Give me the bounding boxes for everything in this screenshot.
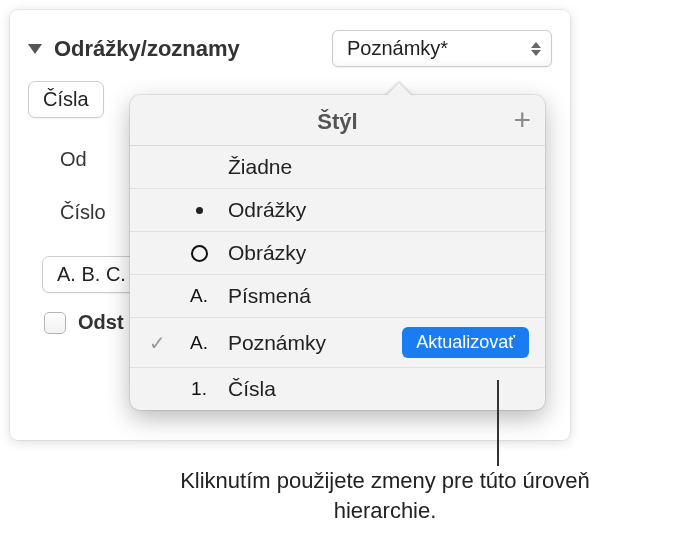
- list-style-popup[interactable]: Poznámky*: [332, 30, 552, 67]
- tiered-checkbox[interactable]: [44, 312, 66, 334]
- style-label: Obrázky: [228, 241, 529, 265]
- popover-header: Štýl +: [130, 95, 545, 146]
- chevrons-icon: [531, 42, 541, 56]
- style-label: Písmená: [228, 284, 529, 308]
- style-item-letters[interactable]: A. Písmená: [130, 275, 545, 318]
- callout-line: [497, 380, 499, 466]
- section-header: Odrážky/zoznamy Poznámky*: [28, 30, 552, 67]
- add-style-icon[interactable]: +: [513, 105, 531, 135]
- letter-a-icon: A.: [184, 285, 214, 307]
- tiered-checkbox-label: Odst: [78, 311, 124, 334]
- callout-text: Kliknutím použijete zmeny pre túto úrove…: [165, 466, 605, 525]
- style-item-none[interactable]: Žiadne: [130, 146, 545, 189]
- bullet-icon: [184, 207, 214, 214]
- section-title: Odrážky/zoznamy: [54, 36, 240, 62]
- style-label: Odrážky: [228, 198, 529, 222]
- style-label: Žiadne: [228, 155, 529, 179]
- style-item-images[interactable]: Obrázky: [130, 232, 545, 275]
- numbers-field[interactable]: Čísla: [28, 81, 104, 118]
- list-style-popup-label: Poznámky*: [347, 37, 448, 60]
- style-label: Čísla: [228, 377, 529, 401]
- style-popover: Štýl + Žiadne Odrážky Obrázky A. Písmená…: [130, 95, 545, 410]
- update-button[interactable]: Aktualizovať: [402, 327, 529, 358]
- style-list: Žiadne Odrážky Obrázky A. Písmená ✓ A. P…: [130, 146, 545, 410]
- letter-a-icon: A.: [184, 332, 214, 354]
- style-item-numbers[interactable]: 1. Čísla: [130, 368, 545, 410]
- style-item-bullets[interactable]: Odrážky: [130, 189, 545, 232]
- check-icon: ✓: [144, 331, 170, 355]
- style-label: Poznámky: [228, 331, 388, 355]
- abc-format-field[interactable]: A. B. C.: [42, 256, 141, 293]
- disclosure-triangle-icon[interactable]: [28, 44, 42, 54]
- popover-title: Štýl: [317, 109, 357, 135]
- style-item-notes[interactable]: ✓ A. Poznámky Aktualizovať: [130, 318, 545, 368]
- circle-icon: [184, 245, 214, 262]
- number-1-icon: 1.: [184, 378, 214, 400]
